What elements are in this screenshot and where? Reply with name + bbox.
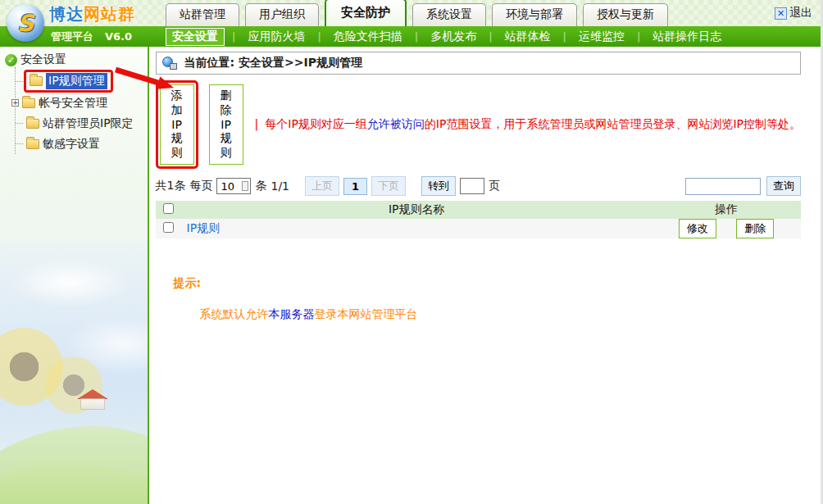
add-ip-rule-button[interactable]: 添加IP规则 — [160, 84, 194, 165]
goto-page-button[interactable]: 转到 — [421, 176, 456, 196]
page-1-button[interactable]: 1 — [343, 178, 367, 195]
tree-item-ip-rule-management[interactable]: IP规则管理 — [16, 70, 148, 93]
folder-icon — [26, 119, 39, 129]
app-window: S 博达网站群 管理平台V6.0 站群管理 用户组织 安全防护 系统设置 环境与… — [0, 0, 823, 504]
table-header-row: IP规则名称 操作 — [156, 201, 801, 219]
main-content: 当前位置: 安全设置>>IP规则管理 添加IP规则 删除IP规则 |每个IP规则… — [149, 47, 821, 504]
tree-item-label: IP规则管理 — [46, 73, 107, 89]
folder-icon — [22, 98, 35, 108]
scenery-sky — [0, 242, 148, 504]
total-count: 共1条 — [156, 179, 186, 193]
scenery-cloud — [66, 316, 149, 373]
tip-block: 提示: 系统默认允许本服务器登录本网站管理平台 — [156, 276, 801, 322]
scenery-hill — [0, 426, 149, 504]
rule-name-cell: IP规则 — [182, 219, 652, 238]
tree-item-sensitive-words[interactable]: 敏感字设置 — [16, 134, 148, 154]
delete-ip-rule-button[interactable]: 删除IP规则 — [209, 84, 243, 165]
tree-item-label: 帐号安全管理 — [39, 96, 107, 111]
prev-page-button[interactable]: 上页 — [305, 176, 339, 196]
sunflower-icon — [45, 356, 102, 414]
tree-root-security-settings[interactable]: ✓ 安全设置 — [5, 52, 148, 67]
tab-environment-deployment[interactable]: 环境与部署 — [492, 3, 577, 26]
expand-plus-icon[interactable]: + — [11, 99, 19, 107]
folder-icon — [30, 76, 43, 86]
tip-text: 系统默认允许本服务器登录本网站管理平台 — [200, 307, 801, 322]
tab-user-organization[interactable]: 用户组织 — [245, 3, 319, 26]
tip-label: 提示: — [174, 276, 801, 291]
brand-name: 博达网站群 — [49, 3, 135, 25]
header: S 博达网站群 管理平台V6.0 站群管理 用户组织 安全防护 系统设置 环境与… — [0, 0, 821, 47]
sunflower-icon — [0, 328, 63, 406]
check-badge-icon: ✓ — [5, 54, 17, 66]
tab-authorization-update[interactable]: 授权与更新 — [583, 3, 668, 26]
subnav-item-security-settings[interactable]: 安全设置 — [166, 28, 225, 46]
security-settings-tree: ✓ 安全设置 IP规则管理 + 帐号安全管理 — [0, 47, 148, 154]
subnav-separator: | — [637, 30, 640, 43]
logout-icon: ✕ — [775, 7, 787, 20]
subnav-item-multi-machine-publish[interactable]: 多机发布 — [425, 28, 481, 46]
subnav-item-app-firewall[interactable]: 应用防火墙 — [243, 28, 310, 46]
next-page-button[interactable]: 下页 — [371, 176, 406, 196]
annotation-red-box-sidebar: IP规则管理 — [24, 70, 113, 93]
select-all-checkbox[interactable] — [163, 203, 174, 214]
select-all-cell — [156, 201, 182, 219]
edit-button[interactable]: 修改 — [679, 219, 716, 238]
folder-icon — [26, 139, 39, 149]
search-area: 查询 — [685, 176, 801, 196]
brand-zone: S 博达网站群 管理平台V6.0 — [0, 0, 164, 47]
brand-version: V6.0 — [105, 30, 132, 43]
tree-item-label: 站群管理员IP限定 — [43, 116, 134, 131]
description-highlight: 允许被访问 — [367, 117, 425, 130]
subnav-separator: | — [415, 30, 418, 43]
brand-subtitle-text: 管理平台 — [51, 30, 93, 43]
row-checkbox-cell — [156, 219, 182, 238]
pagination-bar: 共1条 每页 条 1/1 上页 1 下页 转到 页 查询 — [156, 176, 801, 196]
breadcrumb: 当前位置: 安全设置>>IP规则管理 — [156, 52, 801, 75]
tab-site-group-management[interactable]: 站群管理 — [166, 3, 239, 26]
search-input[interactable] — [685, 178, 761, 195]
logout-label: 退出 — [789, 6, 812, 20]
tree-item-admin-ip-restriction[interactable]: 站群管理员IP限定 — [16, 113, 148, 134]
subnav-item-dangerous-file-scan[interactable]: 危险文件扫描 — [329, 28, 407, 46]
subnav-item-operation-log[interactable]: 站群操作日志 — [648, 28, 726, 46]
per-page-label: 每页 — [189, 179, 212, 193]
logout-button[interactable]: ✕ 退出 — [775, 6, 812, 20]
ip-rule-link[interactable]: IP规则 — [187, 221, 221, 234]
action-column-header: 操作 — [652, 201, 801, 219]
tip-highlight: 本服务器 — [269, 307, 315, 320]
search-button[interactable]: 查询 — [766, 176, 801, 196]
brand-logo-icon: S — [7, 4, 44, 42]
sidebar: ✓ 安全设置 IP规则管理 + 帐号安全管理 — [0, 47, 149, 504]
row-checkbox[interactable] — [163, 222, 174, 233]
goto-page-unit: 页 — [489, 179, 500, 193]
subnav-item-site-group-checkup[interactable]: 站群体检 — [500, 28, 556, 46]
scenery-hill — [0, 463, 149, 504]
description-separator: | — [255, 117, 259, 130]
row-actions-cell: 修改 删除 — [652, 219, 801, 238]
tab-system-settings[interactable]: 系统设置 — [412, 3, 486, 26]
subnav-separator: | — [232, 30, 235, 43]
body: ✓ 安全设置 IP规则管理 + 帐号安全管理 — [0, 47, 821, 504]
subnav-separator: | — [563, 30, 566, 43]
ip-rule-description: |每个IP规则对应一组允许被访问的IP范围设置，用于系统管理员或网站管理员登录、… — [255, 117, 801, 132]
tree-connector — [16, 123, 23, 124]
breadcrumb-text: 当前位置: 安全设置>>IP规则管理 — [184, 56, 362, 70]
ip-rules-table: IP规则名称 操作 IP规则 修改 删除 — [156, 201, 801, 238]
brand-subtitle: 管理平台V6.0 — [51, 30, 132, 44]
scenery-cloud — [8, 258, 131, 307]
delete-button[interactable]: 删除 — [736, 219, 774, 238]
per-page-spinner[interactable] — [242, 181, 248, 191]
scenery-house-roof — [77, 389, 108, 399]
subnav-items: 安全设置 | 应用防火墙 | 危险文件扫描 | 多机发布 | 站群体检 | 运维… — [166, 28, 726, 46]
toolbar: 添加IP规则 删除IP规则 |每个IP规则对应一组允许被访问的IP范围设置，用于… — [156, 80, 801, 169]
goto-page-input[interactable] — [460, 178, 484, 194]
subnav-separator: | — [489, 30, 492, 43]
logo-letter: S — [17, 10, 34, 37]
tree-item-account-security[interactable]: + 帐号安全管理 — [16, 93, 148, 113]
brand-name-blue: 博达 — [49, 4, 84, 24]
name-column-header: IP规则名称 — [182, 201, 652, 219]
tree-root-label: 安全设置 — [20, 52, 66, 67]
subnav-item-ops-monitoring[interactable]: 运维监控 — [574, 28, 630, 46]
brand-name-orange: 网站群 — [84, 4, 135, 24]
tab-security-protection[interactable]: 安全防护 — [325, 0, 407, 26]
